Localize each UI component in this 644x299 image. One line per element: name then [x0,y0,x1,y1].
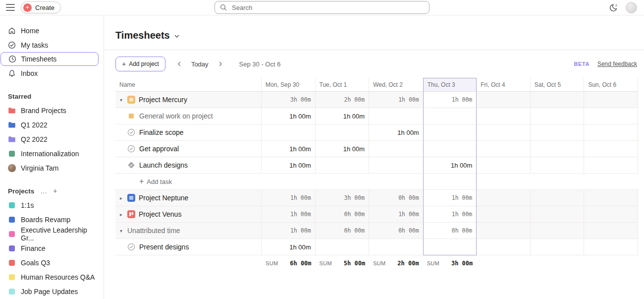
milestone-icon[interactable] [127,161,135,169]
time-cell[interactable] [477,141,531,157]
sidebar-item-job-page-updates[interactable]: Job Page Updates [0,284,104,299]
time-cell[interactable] [477,206,531,223]
today-button[interactable]: Today [188,60,212,68]
time-cell[interactable] [584,239,638,255]
time-cell[interactable]: 1h 00m [262,190,316,206]
sidebar-item-q1-2022[interactable]: Q1 2022 [0,118,104,132]
time-cell[interactable] [584,92,638,108]
time-cell[interactable] [316,239,370,255]
time-cell[interactable] [584,206,638,223]
time-cell[interactable] [477,157,531,174]
sidebar-item-inbox[interactable]: Inbox [0,66,104,80]
time-cell[interactable] [531,157,585,174]
time-cell[interactable] [423,108,477,124]
row-name-cell[interactable]: Finalize scope [115,124,262,141]
time-cell[interactable] [477,92,531,108]
time-cell[interactable] [316,157,370,174]
time-cell[interactable] [369,157,423,174]
time-cell[interactable] [584,223,638,239]
row-name-cell[interactable]: ▾ Unattributed time [115,223,262,239]
time-cell[interactable]: 1h 00m [262,141,316,157]
sidebar-item-internationalization[interactable]: Internationalization [0,146,104,161]
time-cell[interactable] [584,108,638,124]
time-cell[interactable] [531,239,585,255]
row-name-cell[interactable]: Launch designs [115,157,262,174]
time-cell[interactable] [584,157,638,174]
time-cell[interactable]: 1h 00m [423,157,477,174]
time-cell[interactable] [531,223,585,239]
row-name-cell[interactable]: General work on project [115,108,262,124]
time-cell[interactable]: 1h 00m [369,92,423,108]
row-name-cell[interactable]: ▸ Project Neptune [115,190,262,206]
collapse-caret-icon[interactable]: ▾ [118,228,124,234]
time-cell[interactable]: 0h 00m [423,223,477,239]
time-cell[interactable] [531,190,585,206]
time-cell[interactable] [531,141,585,157]
time-cell[interactable]: 1h 00m [423,92,477,108]
time-cell[interactable] [316,124,370,141]
time-cell[interactable] [423,124,477,141]
next-week-chevron-icon[interactable] [215,58,226,70]
row-name-cell[interactable]: ▸ Project Venus [115,206,262,223]
time-cell[interactable]: 0h 00m [316,206,370,223]
time-cell[interactable] [531,92,585,108]
sidebar-item-executive-leadership[interactable]: Executive Leadership Gr... [0,227,104,241]
time-cell[interactable] [423,239,477,255]
time-cell[interactable]: 1h 00m [316,141,370,157]
user-avatar[interactable] [626,2,637,13]
projects-add-icon[interactable]: + [53,187,57,194]
time-cell[interactable]: 1h 00m [262,239,316,255]
time-cell[interactable]: 0h 00m [369,190,423,206]
search-input[interactable] [231,3,424,12]
time-cell[interactable]: 1h 00m [423,206,477,223]
time-cell[interactable] [423,141,477,157]
prev-week-chevron-icon[interactable] [173,58,185,70]
projects-more-icon[interactable]: … [40,187,47,194]
task-check-icon[interactable] [127,128,135,136]
time-cell[interactable]: 2h 00m [316,92,370,108]
time-cell[interactable] [584,124,638,141]
time-cell[interactable] [369,239,423,255]
time-cell[interactable]: 1h 00m [262,157,316,174]
sidebar-item-q2-2022[interactable]: Q2 2022 [0,132,104,146]
row-name-cell[interactable]: ▾ Project Mercury [115,92,262,108]
add-project-button[interactable]: + Add project [115,57,165,71]
time-cell[interactable] [477,223,531,239]
time-cell[interactable] [584,141,638,157]
send-feedback-link[interactable]: Send feedback [597,60,637,67]
task-check-icon[interactable] [127,243,135,251]
time-cell[interactable]: 0h 00m [316,223,370,239]
sidebar-item-boards-revamp[interactable]: Boards Revamp [0,212,104,227]
time-cell[interactable] [531,206,585,223]
title-chevron-down-icon[interactable] [174,33,180,39]
time-cell[interactable] [262,124,316,141]
time-cell[interactable]: 1h 00m [262,223,316,239]
sidebar-item-my-tasks[interactable]: My tasks [0,38,104,52]
time-cell[interactable]: 0h 00m [369,223,423,239]
collapse-caret-icon[interactable]: ▾ [118,97,124,103]
create-button[interactable]: + Create [21,1,61,13]
time-cell[interactable] [477,190,531,206]
add-task-button[interactable]: + Add task [115,174,262,190]
row-name-cell[interactable]: Get approval [115,141,262,157]
search-bar[interactable] [215,1,429,14]
sidebar-item-finance[interactable]: Finance [0,241,104,255]
time-cell[interactable] [531,124,585,141]
sidebar-item-timesheets[interactable]: Timesheets [0,52,99,66]
time-cell[interactable]: 1h 00m [369,124,423,141]
time-cell[interactable]: 1h 00m [316,108,370,124]
sidebar-item-home[interactable]: Home [0,23,104,38]
time-cell[interactable] [477,239,531,255]
time-cell[interactable] [584,190,638,206]
sidebar-item-1-1s[interactable]: 1:1s [0,198,104,212]
snooze-moon-icon[interactable]: z [609,3,619,12]
time-cell[interactable] [369,108,423,124]
time-cell[interactable] [477,108,531,124]
time-cell[interactable] [369,141,423,157]
sidebar-item-human-resources[interactable]: Human Resources Q&A [0,270,104,284]
sidebar-item-virginia-tam[interactable]: Virginia Tam [0,161,104,175]
sidebar-item-goals-q3[interactable]: Goals Q3 [0,255,104,270]
row-name-cell[interactable]: Present designs [115,239,262,255]
time-cell[interactable]: 3h 00m [316,190,370,206]
task-check-icon[interactable] [127,145,135,153]
